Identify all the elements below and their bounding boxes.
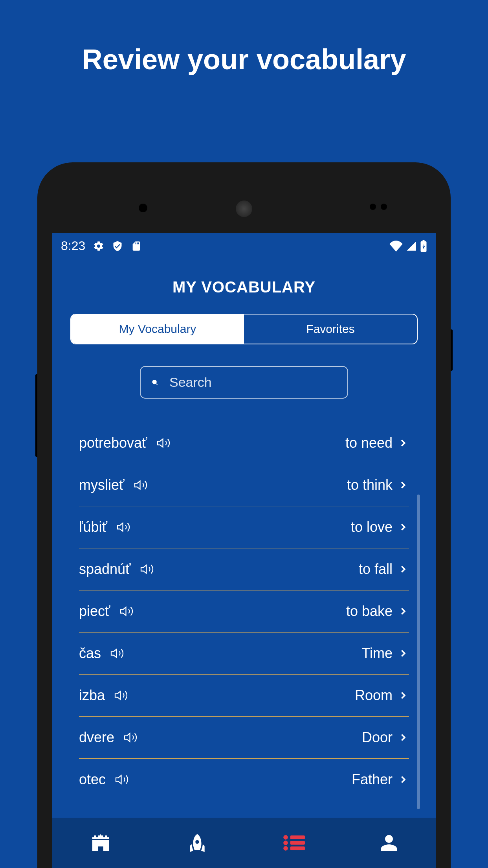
svg-rect-7 (290, 846, 305, 850)
vocab-word: čas (79, 645, 101, 662)
tab-segmented-control: My Vocabulary Favorites (70, 314, 418, 344)
nav-list[interactable] (283, 834, 305, 851)
vocab-translation: Father (352, 771, 393, 788)
speaker-icon[interactable] (139, 562, 155, 576)
chevron-right-icon (397, 647, 409, 659)
battery-icon (420, 240, 427, 252)
svg-point-6 (283, 846, 288, 851)
phone-camera (139, 204, 147, 212)
vocab-word: myslieť (79, 477, 125, 493)
shield-icon (112, 241, 123, 252)
vocab-word: dvere (79, 729, 114, 746)
vocab-translation: Door (362, 729, 393, 746)
svg-rect-5 (290, 841, 305, 844)
vocab-translation: Room (355, 687, 393, 704)
vocab-item[interactable]: potrebovať to need (79, 422, 409, 464)
promo-title: Review your vocabulary (0, 0, 488, 75)
nav-rocket[interactable] (186, 832, 208, 854)
vocab-translation: to need (345, 435, 393, 451)
vocabulary-list: potrebovať to need myslieť to think (52, 422, 436, 800)
vocab-word: ľúbiť (79, 519, 107, 535)
phone-speaker (236, 200, 252, 217)
vocab-item[interactable]: čas Time (79, 633, 409, 675)
speaker-icon[interactable] (132, 478, 149, 492)
vocab-item[interactable]: piecť to bake (79, 590, 409, 633)
chevron-right-icon (397, 774, 409, 785)
cellular-icon (406, 241, 417, 252)
svg-point-0 (152, 380, 156, 384)
vocab-item[interactable]: otec Father (79, 759, 409, 800)
chevron-right-icon (397, 521, 409, 533)
chevron-right-icon (397, 563, 409, 575)
svg-point-4 (283, 840, 288, 845)
svg-rect-3 (290, 835, 305, 839)
tab-favorites[interactable]: Favorites (244, 314, 417, 344)
tab-my-vocabulary[interactable]: My Vocabulary (71, 314, 244, 344)
chevron-right-icon (397, 690, 409, 701)
search-container[interactable] (140, 366, 348, 399)
phone-sensor-dots (370, 204, 387, 210)
vocab-translation: Time (361, 645, 393, 662)
status-time: 8:23 (61, 239, 85, 253)
chevron-right-icon (397, 732, 409, 743)
search-icon (152, 375, 158, 390)
vocab-translation: to love (351, 519, 393, 535)
speaker-icon[interactable] (115, 520, 132, 534)
speaker-icon[interactable] (122, 730, 139, 745)
vocab-word: spadnúť (79, 561, 131, 577)
vocab-word: potrebovať (79, 435, 147, 451)
vocab-item[interactable]: ľúbiť to love (79, 506, 409, 548)
vocab-word: piecť (79, 603, 110, 620)
gear-icon (93, 241, 104, 252)
speaker-icon[interactable] (118, 604, 135, 618)
speaker-icon[interactable] (155, 436, 172, 450)
bottom-navigation (52, 818, 436, 868)
vocab-word: otec (79, 771, 106, 788)
chevron-right-icon (397, 479, 409, 491)
vocab-item[interactable]: myslieť to think (79, 464, 409, 506)
vocab-word: izba (79, 687, 105, 704)
vocab-translation: to bake (346, 603, 393, 620)
vocab-translation: to fall (359, 561, 393, 577)
status-bar-left: 8:23 (61, 239, 142, 253)
phone-screen: 8:23 MY VOCABULARY My Vocabulary Favorit… (52, 233, 436, 868)
status-bar: 8:23 (52, 233, 436, 259)
status-bar-right (389, 240, 427, 252)
vocab-item[interactable]: izba Room (79, 675, 409, 717)
search-input[interactable] (169, 375, 336, 390)
nav-profile[interactable] (380, 832, 398, 854)
app-header-title: MY VOCABULARY (52, 259, 436, 314)
vocab-translation: to think (347, 477, 393, 493)
svg-line-1 (156, 383, 158, 385)
speaker-icon[interactable] (114, 772, 130, 787)
sd-card-icon (131, 241, 142, 252)
vocab-item[interactable]: spadnúť to fall (79, 548, 409, 590)
speaker-icon[interactable] (109, 646, 125, 660)
svg-point-2 (283, 835, 288, 840)
speaker-icon[interactable] (113, 688, 129, 702)
chevron-right-icon (397, 437, 409, 449)
nav-castle[interactable] (90, 832, 112, 854)
chevron-right-icon (397, 605, 409, 617)
wifi-icon (389, 241, 403, 252)
vocab-item[interactable]: dvere Door (79, 717, 409, 759)
scrollbar[interactable] (417, 495, 420, 809)
phone-frame: 8:23 MY VOCABULARY My Vocabulary Favorit… (37, 162, 451, 868)
